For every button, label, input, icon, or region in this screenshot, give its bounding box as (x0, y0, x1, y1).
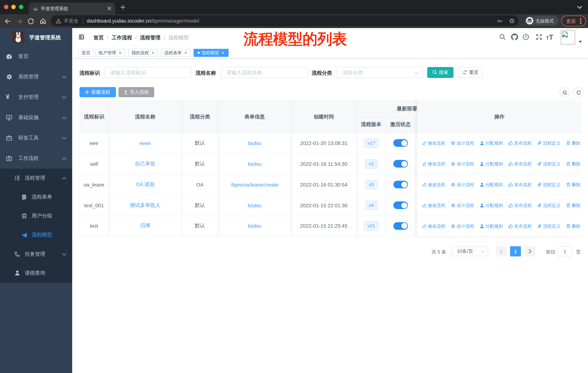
svg-text:?: ? (525, 35, 527, 39)
